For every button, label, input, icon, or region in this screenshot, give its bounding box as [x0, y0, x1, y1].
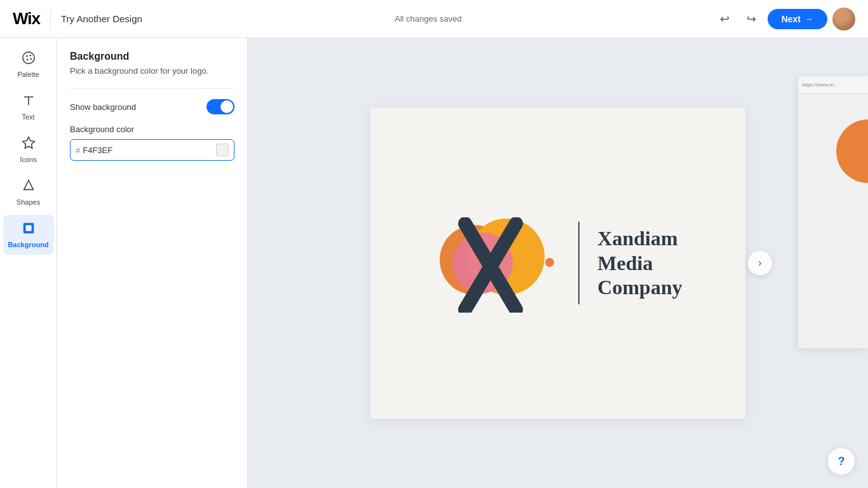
logo-divider	[578, 222, 580, 304]
wix-logo: Wix	[13, 9, 40, 29]
text-icon	[22, 93, 36, 111]
x-mark	[452, 215, 541, 314]
browser-preview: https://www.m...	[798, 76, 868, 348]
logo-icon-area	[433, 212, 560, 314]
icons-label: Icons	[20, 156, 36, 163]
background-panel: Background Pick a background color for y…	[57, 38, 248, 488]
background-icon	[22, 221, 36, 238]
panel-subtitle: Pick a background color for your logo.	[70, 66, 234, 76]
save-status: All changes saved	[395, 14, 462, 24]
next-label: Next	[782, 14, 801, 24]
logo-line3: Company	[597, 275, 682, 299]
panel-divider	[70, 88, 234, 89]
svg-point-1	[25, 55, 27, 57]
sidebar-item-shapes[interactable]: Shapes	[3, 172, 54, 212]
preview-area: Xandiam Media Company https://www.m... ›…	[248, 38, 868, 488]
topbar-divider	[50, 10, 51, 29]
browser-url: https://www.m...	[802, 82, 837, 88]
next-arrow-icon: →	[804, 14, 813, 24]
topbar-center: All changes saved	[142, 14, 714, 24]
chevron-right-icon: ›	[758, 257, 761, 269]
logo-line2: Media	[597, 251, 682, 275]
show-bg-label: Show background	[70, 102, 136, 112]
orange-circle-decoration	[836, 119, 868, 183]
sidebar-item-icons[interactable]: Icons	[3, 130, 54, 170]
color-swatch[interactable]	[216, 144, 229, 156]
hash-symbol: #	[76, 146, 80, 155]
toggle-knob	[220, 100, 233, 113]
dot-accent	[545, 258, 554, 267]
next-button[interactable]: Next →	[768, 9, 827, 29]
color-value: F4F3EF	[83, 146, 216, 155]
background-label: Background	[8, 241, 48, 248]
wix-logo-text: Wix	[13, 9, 40, 29]
topbar: Wix Try Another Design All changes saved…	[0, 0, 868, 38]
svg-marker-7	[22, 137, 34, 148]
browser-content	[798, 94, 868, 348]
svg-rect-9	[25, 225, 31, 231]
shapes-icon	[22, 179, 36, 196]
shapes-label: Shapes	[17, 198, 40, 206]
help-button[interactable]: ?	[827, 447, 855, 475]
undo-icon: ↩	[720, 12, 729, 26]
topbar-title: Try Another Design	[61, 13, 142, 24]
svg-point-3	[30, 58, 32, 60]
text-label: Text	[22, 113, 34, 121]
logo-text-block: Xandiam Media Company	[597, 226, 682, 299]
logo-card: Xandiam Media Company	[370, 107, 745, 419]
undo-button[interactable]: ↩	[714, 8, 736, 30]
star-icon	[22, 136, 36, 153]
carousel-next-button[interactable]: ›	[747, 250, 773, 276]
palette-label: Palette	[17, 71, 39, 78]
sidebar-icons: Palette Text Icons	[0, 38, 57, 488]
palette-icon	[22, 51, 36, 68]
logo-line1: Xandiam	[597, 226, 682, 250]
sidebar-item-text[interactable]: Text	[3, 87, 54, 127]
panel-title: Background	[70, 51, 234, 62]
main-layout: Palette Text Icons	[0, 38, 868, 488]
sidebar-item-background[interactable]: Background	[3, 215, 54, 255]
sidebar-item-palette[interactable]: Palette	[3, 44, 54, 85]
color-input-row[interactable]: # F4F3EF	[70, 139, 234, 161]
svg-point-2	[29, 55, 31, 57]
avatar[interactable]	[832, 8, 855, 30]
redo-icon: ↪	[747, 12, 756, 26]
show-bg-toggle[interactable]	[207, 99, 234, 114]
topbar-actions: ↩ ↪ Next →	[714, 8, 855, 30]
logo-content: Xandiam Media Company	[433, 212, 682, 314]
avatar-image	[832, 8, 855, 30]
show-bg-row: Show background	[70, 99, 234, 114]
bg-color-label: Background color	[70, 125, 234, 134]
help-icon: ?	[838, 455, 845, 468]
redo-button[interactable]: ↪	[741, 8, 763, 30]
svg-point-0	[22, 52, 34, 64]
browser-bar: https://www.m...	[798, 76, 868, 94]
svg-point-4	[26, 58, 28, 60]
